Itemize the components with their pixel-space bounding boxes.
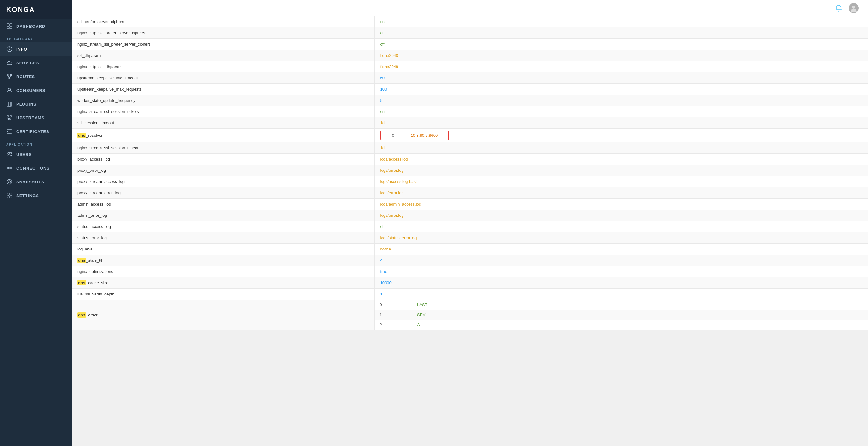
row-key: admin_error_log (72, 210, 374, 221)
sidebar-item-label: SNAPSHOTS (16, 180, 44, 184)
sidebar: KONGA DASHBOARD API GATEWAY INFO (0, 0, 72, 446)
dns-highlight: dns (78, 258, 86, 263)
table-row: proxy_error_log logs/error.log (72, 165, 868, 176)
dns-resolver-index: 0 (381, 131, 406, 140)
sidebar-item-label: PLUGINS (16, 102, 36, 107)
table-row: ssl_dhparam ffdhe2048 (72, 50, 868, 61)
row-key: ssl_session_timeout (72, 117, 374, 129)
sidebar-item-label: CONNECTIONS (16, 166, 50, 171)
main-content: ssl_prefer_server_ciphers on nginx_http_… (72, 0, 868, 446)
dns-order-nested-table: 0 LAST 1 SRV 2 A (375, 300, 868, 330)
row-key: lua_ssl_verify_depth (72, 289, 374, 300)
sidebar-item-connections[interactable]: CONNECTIONS (0, 161, 72, 175)
table-row: nginx_stream_ssl_prefer_server_ciphers o… (72, 39, 868, 50)
table-row: nginx_stream_ssl_session_tickets on (72, 106, 868, 117)
dns-order-value: A (412, 320, 868, 330)
sidebar-item-users[interactable]: USERS (0, 147, 72, 161)
sidebar-item-label: CERTIFICATES (16, 129, 49, 134)
plugin-icon (6, 101, 12, 107)
svg-line-34 (9, 168, 10, 169)
sidebar-item-label: INFO (16, 47, 27, 52)
sidebar-item-label: DASHBOARD (16, 24, 45, 29)
api-gateway-section-label: API GATEWAY (0, 33, 72, 42)
dns-highlight: dns (78, 280, 86, 286)
sidebar-item-upstreams[interactable]: UPSTREAMS (0, 111, 72, 125)
bell-icon[interactable] (834, 4, 843, 12)
row-key: nginx_http_ssl_prefer_server_ciphers (72, 28, 374, 39)
sidebar-item-snapshots[interactable]: SNAPSHOTS (0, 175, 72, 189)
svg-line-33 (9, 167, 10, 168)
svg-rect-2 (7, 27, 9, 29)
row-key-dns-cache: dns_cache_size (72, 277, 374, 289)
svg-line-11 (9, 76, 11, 78)
row-value: off (374, 28, 868, 39)
content-area: ssl_prefer_server_ciphers on nginx_http_… (72, 16, 868, 446)
svg-rect-32 (10, 169, 12, 170)
sidebar-item-certificates[interactable]: CERTIFICATES (0, 125, 72, 138)
row-value: 1d (374, 117, 868, 129)
dns-order-value: LAST (412, 300, 868, 310)
row-value: 4 (374, 255, 868, 266)
certificate-icon (6, 128, 12, 135)
row-key: proxy_error_log (72, 165, 374, 176)
sidebar-item-services[interactable]: SERVICES (0, 56, 72, 70)
row-value: logs/admin_access.log (374, 199, 868, 210)
row-key: ssl_prefer_server_ciphers (72, 16, 374, 28)
row-key: nginx_stream_ssl_session_tickets (72, 106, 374, 117)
row-key-dns-stale: dns_stale_ttl (72, 255, 374, 266)
table-row: log_level notice (72, 244, 868, 255)
table-row: proxy_stream_access_log logs/access.log … (72, 176, 868, 187)
fork-icon (6, 73, 12, 80)
table-row-dns-resolver: dns_resolver 0 10.3.90.7:8600 (72, 129, 868, 142)
svg-rect-0 (7, 24, 9, 26)
sidebar-item-plugins[interactable]: PLUGINS (0, 97, 72, 111)
svg-rect-1 (10, 24, 12, 26)
row-value: logs/error.log (374, 165, 868, 176)
application-section-label: APPLICATION (0, 138, 72, 147)
row-value: 1 (374, 289, 868, 300)
sidebar-item-routes[interactable]: ROUTES (0, 70, 72, 83)
row-value: on (374, 106, 868, 117)
row-key: worker_state_update_frequency (72, 95, 374, 106)
sidebar-item-label: CONSUMERS (16, 88, 45, 93)
app-logo: KONGA (0, 0, 72, 19)
table-row: ssl_prefer_server_ciphers on (72, 16, 868, 28)
table-row: lua_ssl_verify_depth 1 (72, 289, 868, 300)
table-row: nginx_http_ssl_prefer_server_ciphers off (72, 28, 868, 39)
sidebar-item-dashboard[interactable]: DASHBOARD (0, 19, 72, 33)
sidebar-item-settings[interactable]: SETTINGS (0, 189, 72, 202)
row-value: 100 (374, 84, 868, 95)
table-row: ssl_session_timeout 1d (72, 117, 868, 129)
row-value: on (374, 16, 868, 28)
info-table: ssl_prefer_server_ciphers on nginx_http_… (72, 16, 868, 330)
table-row: proxy_stream_error_log logs/error.log (72, 187, 868, 199)
users-icon (6, 151, 12, 157)
row-key-dns-order: dns_order (72, 300, 374, 330)
dns-highlight: dns (78, 312, 86, 318)
table-row: nginx_http_ssl_dhparam ffdhe2048 (72, 61, 868, 72)
dns-resolver-cell: 0 10.3.90.7:8600 (380, 130, 449, 140)
dns-resolver-value: 10.3.90.7:8600 (406, 131, 443, 140)
row-value: logs/error.log (374, 210, 868, 221)
dns-order-row-1: 1 SRV (375, 310, 868, 320)
svg-point-36 (8, 181, 11, 183)
avatar[interactable] (849, 3, 859, 13)
table-row: nginx_optimizations true (72, 266, 868, 277)
table-row: admin_access_log logs/admin_access.log (72, 199, 868, 210)
sidebar-item-info[interactable]: INFO (0, 42, 72, 56)
topbar (72, 0, 868, 16)
svg-point-28 (8, 152, 10, 154)
svg-point-8 (10, 74, 11, 76)
row-value: notice (374, 244, 868, 255)
person-icon (6, 87, 12, 93)
svg-rect-30 (7, 168, 9, 169)
table-row: nginx_stream_ssl_session_timeout 1d (72, 142, 868, 154)
row-key-dns-resolver: dns_resolver (72, 129, 374, 142)
row-key: log_level (72, 244, 374, 255)
table-row-dns-cache: dns_cache_size 10000 (72, 277, 868, 289)
dns-order-index: 2 (375, 320, 412, 330)
sidebar-item-consumers[interactable]: CONSUMERS (0, 83, 72, 97)
svg-rect-31 (10, 166, 12, 168)
row-value: 1d (374, 142, 868, 154)
table-row: upstream_keepalive_max_requests 100 (72, 84, 868, 95)
